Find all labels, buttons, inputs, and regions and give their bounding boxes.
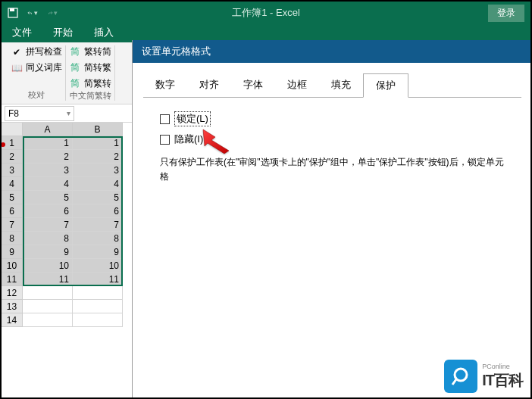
row-header[interactable]: 2 [2, 150, 23, 164]
spellcheck-button[interactable]: ✔拼写检查 [11, 45, 62, 58]
cell[interactable]: 11 [73, 273, 123, 286]
cell[interactable]: 8 [23, 232, 73, 245]
cell[interactable] [23, 313, 73, 327]
cell[interactable]: 9 [23, 245, 73, 259]
cell[interactable] [73, 300, 123, 313]
cell[interactable]: 10 [23, 259, 73, 273]
tab-number[interactable]: 数字 [143, 73, 187, 98]
cell[interactable]: 2 [23, 150, 73, 164]
col-header[interactable]: A [23, 123, 73, 136]
name-box[interactable]: F8▾ [5, 106, 74, 121]
row-header[interactable]: 14 [2, 313, 23, 327]
cell[interactable] [23, 300, 73, 313]
row-header[interactable]: 3 [2, 164, 23, 177]
hide-label: 隐藏(I) [174, 132, 203, 146]
group-chinese-label: 中文简繁转 [69, 90, 111, 101]
row-header[interactable]: 7 [2, 218, 23, 232]
annotation-arrow [200, 126, 238, 160]
tab-border[interactable]: 边框 [275, 73, 319, 98]
cell[interactable]: 8 [73, 232, 123, 245]
cell[interactable]: 5 [23, 191, 73, 204]
save-icon[interactable] [8, 8, 18, 18]
select-all-corner[interactable] [2, 123, 23, 136]
simp-to-trad-button[interactable]: 简简转繁 [69, 61, 111, 74]
format-cells-dialog: 设置单元格格式 数字 对齐 字体 边框 填充 保护 锁定(L) 隐藏(I) 只有… [132, 40, 532, 399]
watermark-title: IT百科 [482, 370, 523, 391]
lock-label: 锁定(L) [174, 111, 211, 126]
group-proofing-label: 校对 [11, 89, 62, 101]
tab-font[interactable]: 字体 [231, 73, 275, 98]
cell[interactable]: 11 [23, 273, 73, 286]
row-header[interactable]: 8 [2, 232, 23, 245]
cell[interactable]: 10 [73, 259, 123, 273]
dialog-title: 设置单元格格式 [133, 40, 532, 63]
convert-icon: 简 [69, 62, 81, 74]
undo-icon[interactable]: ▾ [27, 8, 38, 18]
cell[interactable] [73, 313, 123, 327]
cell[interactable]: 1 [73, 136, 123, 150]
dialog-tabs: 数字 对齐 字体 边框 填充 保护 [133, 63, 532, 98]
row-header[interactable]: 13 [2, 300, 23, 313]
trad-to-simp-button[interactable]: 简繁转简 [69, 45, 111, 58]
cell[interactable]: 9 [73, 245, 123, 259]
watermark: PConline IT百科 [444, 360, 523, 393]
window-title: 工作簿1 - Excel [232, 6, 300, 20]
svg-point-2 [455, 369, 467, 381]
tab-file[interactable]: 文件 [2, 23, 42, 42]
row-header[interactable]: 6 [2, 204, 23, 218]
row-header[interactable]: 5 [2, 191, 23, 204]
chevron-down-icon[interactable]: ▾ [67, 109, 70, 117]
tab-protect[interactable]: 保护 [363, 73, 408, 98]
col-header[interactable]: B [73, 123, 123, 136]
tab-insert[interactable]: 插入 [83, 23, 124, 42]
spellcheck-icon: ✔ [11, 46, 23, 58]
watermark-icon [444, 360, 477, 393]
watermark-subtitle: PConline [482, 363, 523, 370]
cell[interactable]: 7 [73, 218, 123, 232]
cell[interactable]: 7 [23, 218, 73, 232]
cell[interactable]: 5 [73, 191, 123, 204]
titlebar: ▾ ▾ 工作簿1 - Excel 登录 [2, 2, 530, 24]
convert-icon: 简 [69, 46, 81, 58]
row-header[interactable]: 10 [2, 259, 23, 273]
cell[interactable]: 3 [73, 164, 123, 177]
svg-rect-1 [10, 8, 14, 11]
tab-home[interactable]: 开始 [42, 23, 83, 42]
row-header[interactable]: 9 [2, 245, 23, 259]
tab-fill[interactable]: 填充 [319, 73, 363, 98]
lock-checkbox[interactable] [160, 114, 170, 124]
svg-line-3 [452, 379, 456, 385]
cell[interactable] [23, 286, 73, 300]
convert-icon: 简 [69, 78, 81, 90]
thesaurus-button[interactable]: 📖同义词库 [11, 61, 62, 74]
cell[interactable]: 6 [73, 204, 123, 218]
cell[interactable]: 4 [73, 177, 123, 191]
row-header[interactable]: 4 [2, 177, 23, 191]
cell[interactable]: 1 [23, 136, 73, 150]
cell[interactable]: 2 [73, 150, 123, 164]
cell[interactable]: 6 [23, 204, 73, 218]
thesaurus-icon: 📖 [11, 62, 23, 74]
row-header[interactable]: 11 [2, 273, 23, 286]
convert-button[interactable]: 简简繁转 [69, 77, 111, 90]
row-header[interactable]: 12 [2, 286, 23, 300]
hide-checkbox[interactable] [160, 135, 170, 145]
redo-icon[interactable]: ▾ [47, 8, 58, 18]
cell[interactable] [73, 286, 123, 300]
tab-align[interactable]: 对齐 [187, 73, 231, 98]
cell[interactable]: 3 [23, 164, 73, 177]
cell[interactable]: 4 [23, 177, 73, 191]
login-button[interactable]: 登录 [488, 5, 524, 22]
